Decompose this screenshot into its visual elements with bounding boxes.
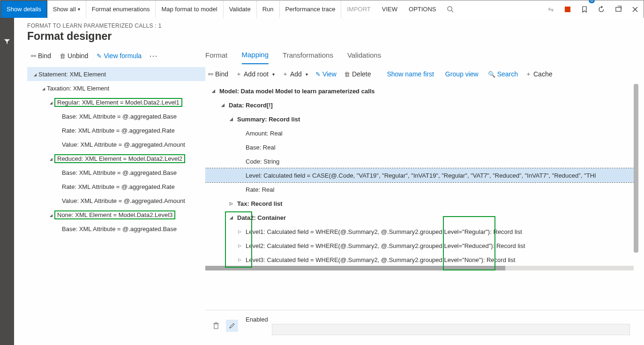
footer-edit-icon[interactable] <box>226 320 238 332</box>
tree-row-label: None: XML Element = Model.Data2.Level3 <box>54 210 175 219</box>
add-root-button[interactable]: ＋Add root▾ <box>233 68 277 80</box>
chevron-down-icon: ▾ <box>78 7 80 12</box>
mapping-delete-label: Delete <box>352 70 371 78</box>
menu-show-details[interactable]: Show details <box>0 0 47 18</box>
open-window-icon[interactable] <box>610 0 627 18</box>
svg-line-1 <box>451 10 453 12</box>
breadcrumb: FORMAT TO LEARN PARAMETERIZED CALLS : 1 <box>27 22 631 29</box>
format-tree-row[interactable]: Value: XML Attribute = @.aggregated.Amou… <box>27 194 205 208</box>
menu-show-all-label: Show all <box>53 6 76 13</box>
mapping-tree-row[interactable]: ◢Data2: Container <box>205 210 638 225</box>
mapping-delete-button[interactable]: 🗑Delete <box>341 68 374 80</box>
attach-icon[interactable]: ⇋ <box>542 0 559 18</box>
tree-row-label: Base: Real <box>246 144 276 151</box>
format-tree-row[interactable]: Taxation: XML Element <box>27 81 205 95</box>
unbind-label: Unbind <box>67 52 88 60</box>
horizontal-scrollbar[interactable] <box>205 266 505 270</box>
vertical-scrollbar[interactable] <box>634 84 638 253</box>
trash-icon: 🗑 <box>60 52 66 60</box>
svg-point-0 <box>448 7 452 11</box>
mapping-tree-row[interactable]: ▷Tax: Record list <box>205 196 638 210</box>
caret-icon <box>40 86 47 91</box>
tab-mapping[interactable]: Mapping <box>242 46 269 64</box>
format-tree-row[interactable]: Base: XML Attribute = @.aggregated.Base <box>27 109 205 123</box>
menu-map-format-to-model[interactable]: Map format to model <box>156 0 223 18</box>
mapping-tree-row[interactable]: ◢Summary: Record list <box>205 112 638 126</box>
tab-transformations[interactable]: Transformations <box>283 46 333 64</box>
format-tree-row[interactable]: Value: XML Attribute = @.aggregated.Amou… <box>27 137 205 151</box>
link-icon: ⚯ <box>208 71 213 78</box>
menu-show-all[interactable]: Show all▾ <box>47 0 86 18</box>
menu-options[interactable]: OPTIONS <box>403 0 442 18</box>
tree-row-label: Rate: Real <box>246 186 274 193</box>
menu-format-enumerations[interactable]: Format enumerations <box>86 0 156 18</box>
tab-format[interactable]: Format <box>205 46 228 64</box>
mapping-tree-row[interactable]: Base: Real <box>205 140 638 154</box>
format-tree-row[interactable]: Base: XML Attribute = @.aggregated.Base <box>27 222 205 236</box>
format-tree-row[interactable]: Regular: XML Element = Model.Data2.Level… <box>27 95 205 109</box>
format-tree-row[interactable]: None: XML Element = Model.Data2.Level3 <box>27 208 205 222</box>
menu-run[interactable]: Run <box>257 0 280 18</box>
cache-button[interactable]: ＋Cache <box>523 68 555 80</box>
mapping-view-button[interactable]: ✎View <box>313 68 339 80</box>
caret-icon <box>48 100 54 105</box>
format-tree-row[interactable]: Reduced: XML Element = Model.Data2.Level… <box>27 151 205 165</box>
task-bell-icon[interactable]: 0 <box>576 0 593 18</box>
footer-delete-icon[interactable] <box>210 320 222 332</box>
mapping-view-label: View <box>322 70 337 78</box>
format-tree-row[interactable]: Base: XML Attribute = @.aggregated.Base <box>27 165 205 180</box>
search-icon[interactable] <box>442 0 459 18</box>
menubar: Show details Show all▾ Format enumeratio… <box>0 0 644 18</box>
group-view-link[interactable]: Group view <box>441 68 483 80</box>
caret-icon <box>32 72 38 77</box>
mapping-tree: ◢Model: Data model Model to learn parame… <box>205 84 638 267</box>
tree-row-label: Taxation: XML Element <box>47 85 109 92</box>
search-icon: 🔍 <box>488 71 495 78</box>
mapping-tree-row[interactable]: Code: String <box>205 154 638 168</box>
filter-icon[interactable] <box>4 38 10 345</box>
format-tree-pane: ⚯Bind 🗑Unbind ✎View formula ⋯ Statement:… <box>14 46 205 341</box>
view-formula-button[interactable]: ✎View formula <box>93 50 145 61</box>
mapping-tree-row[interactable]: Rate: Real <box>205 182 638 196</box>
mapping-tree-row[interactable]: ▷Level1: Calculated field = WHERE(@.Summ… <box>205 225 638 239</box>
office-icon[interactable] <box>559 0 576 18</box>
tree-row-label: Level1: Calculated field = WHERE(@.Summa… <box>246 228 522 235</box>
tree-row-label: Rate: XML Attribute = @.aggregated.Rate <box>62 183 175 190</box>
trash-icon: 🗑 <box>344 71 350 78</box>
more-button[interactable]: ⋯ <box>146 49 160 63</box>
mapping-search-button[interactable]: 🔍Search <box>485 68 521 80</box>
mapping-tree-row[interactable]: ▷Level2: Calculated field = WHERE(@.Summ… <box>205 239 638 253</box>
mapping-tree-row[interactable]: Amount: Real <box>205 126 638 140</box>
show-name-first-link[interactable]: Show name first <box>382 68 438 80</box>
format-tree-row[interactable]: Rate: XML Attribute = @.aggregated.Rate <box>27 180 205 194</box>
caret-icon <box>48 212 54 218</box>
caret-icon: ◢ <box>212 89 219 93</box>
mapping-tree-row[interactable]: ◢Data: Record[!] <box>205 98 638 112</box>
bind-button[interactable]: ⚯Bind <box>27 50 55 61</box>
mapping-tree-row[interactable]: Level: Calculated field = CASE(@.Code, "… <box>205 168 638 182</box>
menu-validate[interactable]: Validate <box>224 0 257 18</box>
tab-validations[interactable]: Validations <box>347 46 381 64</box>
format-tree-row[interactable]: Statement: XML Element <box>27 67 205 81</box>
mapping-tree-row[interactable]: ◢Model: Data model Model to learn parame… <box>205 84 638 98</box>
mapping-pane: Format Mapping Transformations Validatio… <box>205 46 644 341</box>
menu-performance-trace[interactable]: Performance trace <box>280 0 342 18</box>
tree-row-label: Level: Calculated field = CASE(@.Code, "… <box>246 172 596 179</box>
menu-view[interactable]: VIEW <box>376 0 403 18</box>
left-sidebar <box>0 18 14 345</box>
enabled-input[interactable] <box>272 324 630 335</box>
add-button[interactable]: ＋Add▾ <box>279 68 311 80</box>
tree-row-label: Summary: Record list <box>237 116 300 123</box>
content-area: FORMAT TO LEARN PARAMETERIZED CALLS : 1 … <box>14 18 644 345</box>
pencil-icon: ✎ <box>315 71 321 78</box>
mapping-bind-button[interactable]: ⚯Bind <box>205 68 231 80</box>
mapping-tree-row[interactable]: ▷Level3: Calculated field = WHERE(@.Summ… <box>205 253 638 267</box>
close-icon[interactable] <box>627 0 644 18</box>
format-tree-row[interactable]: Rate: XML Attribute = @.aggregated.Rate <box>27 123 205 137</box>
refresh-icon[interactable] <box>593 0 610 18</box>
tree-row-label: Level2: Calculated field = WHERE(@.Summa… <box>246 242 525 249</box>
caret-icon <box>48 156 54 161</box>
caret-icon: ▷ <box>238 257 246 262</box>
unbind-button[interactable]: 🗑Unbind <box>56 50 92 61</box>
tree-row-label: Amount: Real <box>246 130 283 137</box>
